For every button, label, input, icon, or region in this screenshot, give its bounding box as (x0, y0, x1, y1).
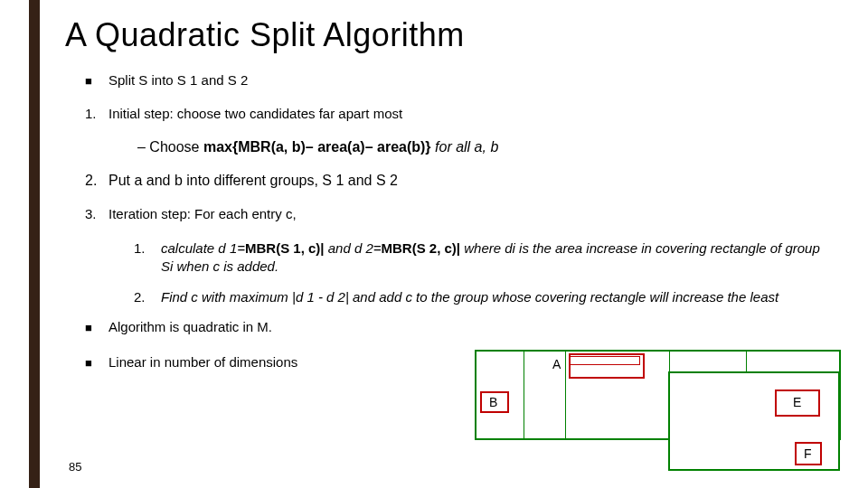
cell-f: F (795, 442, 822, 465)
label-b: B (489, 395, 497, 409)
sub-ital: for all a, b (431, 139, 499, 155)
frag-bold: MBR(S 2, c)| (382, 240, 461, 256)
sub-bold: max{MBR(a, b)– area(a)– area(b)} (203, 139, 431, 155)
slide-body: A Quadratic Split Algorithm ■ Split S in… (65, 16, 846, 389)
step-text: Initial step: choose two candidates far … (108, 106, 402, 123)
step-2: 2. Put a and b into different groups, S … (85, 172, 846, 190)
step-3-1: 1. calculate d 1=MBR(S 1, c)| and d 2=MB… (134, 239, 846, 277)
tail-1: ■ Algorithm is quadratic in M. (85, 319, 846, 336)
step-1-sub: – Choose max{MBR(a, b)– area(a)– area(b)… (137, 139, 846, 155)
bullet-marker: ■ (85, 354, 108, 371)
bullet-intro: ■ Split S into S 1 and S 2 (85, 72, 846, 89)
list-number: 1. (85, 106, 108, 123)
frag-bold: MBR(S 1, c)| (245, 240, 325, 256)
label-f: F (804, 446, 812, 461)
list-number: 3. (85, 206, 108, 223)
grid-line (565, 352, 566, 438)
step-1: 1. Initial step: choose two candidates f… (85, 106, 846, 123)
slide-title: A Quadratic Split Algorithm (65, 16, 846, 54)
bullet-marker: ■ (85, 319, 108, 336)
label-e: E (793, 395, 801, 409)
step-3-sublist: 1. calculate d 1=MBR(S 1, c)| and d 2=MB… (134, 239, 846, 307)
step-3-2: 2. Find c with maximum |d 1 - d 2| and a… (134, 288, 846, 306)
step-text: Put a and b into different groups, S 1 a… (108, 172, 398, 190)
list-number: 1. (134, 239, 161, 277)
grid-line (524, 352, 524, 438)
frag: calculate d 1= (161, 240, 245, 256)
page-number: 85 (69, 460, 81, 474)
step-3-2-text: Find c with maximum |d 1 - d 2| and add … (161, 288, 778, 306)
step-3: 3. Iteration step: For each entry c, (85, 206, 846, 223)
tail-text: Algorithm is quadratic in M. (108, 319, 272, 336)
main-list: ■ Split S into S 1 and S 2 1. Initial st… (85, 72, 846, 306)
bullet-marker: ■ (85, 72, 108, 89)
frag: and d 2= (325, 240, 382, 256)
step-text: Iteration step: For each entry c, (108, 206, 297, 223)
list-number: 2. (134, 288, 161, 306)
accent-bar (29, 0, 40, 488)
cell-a-inner (570, 356, 640, 365)
step-3-1-text: calculate d 1=MBR(S 1, c)| and d 2=MBR(S… (161, 239, 830, 277)
diagram: A B E F (475, 350, 841, 472)
list-number: 2. (85, 172, 108, 190)
label-a: A (552, 357, 561, 371)
cell-e: E (775, 389, 820, 417)
bullet-text: Split S into S 1 and S 2 (108, 72, 248, 89)
sub-prefix: – Choose (137, 139, 203, 155)
cell-b: B (480, 391, 509, 413)
tail-text: Linear in number of dimensions (108, 354, 297, 371)
